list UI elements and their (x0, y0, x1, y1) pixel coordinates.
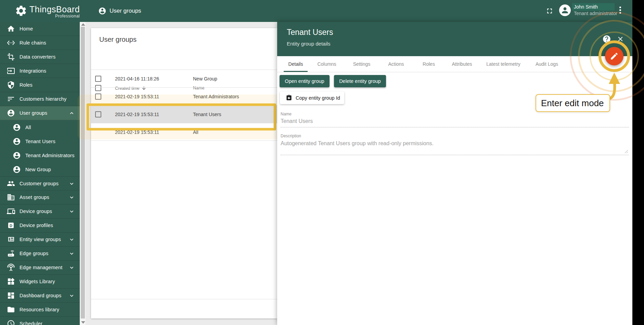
antenna-icon (7, 263, 15, 272)
tab-audit-logs[interactable]: Audit Logs (529, 56, 565, 72)
sidebar-item-dashboard-groups[interactable]: Dashboard groups (0, 289, 80, 303)
tab-details[interactable]: Details (284, 56, 308, 72)
gear-logo-icon (15, 4, 27, 17)
row-checkbox[interactable] (95, 93, 101, 100)
person-icon (561, 6, 569, 15)
sidebar-item-customers-hierarchy[interactable]: Customers hierarchy (0, 92, 80, 106)
avatar[interactable] (559, 4, 571, 16)
app-window: ThingsBoard Professional User groups Joh… (0, 0, 632, 325)
sidebar-item-widgets-library[interactable]: Widgets Library (0, 275, 80, 289)
tab-columns[interactable]: Columns (312, 56, 342, 72)
rule-chains-icon (7, 39, 15, 47)
folder-icon (7, 305, 15, 314)
account-circle-icon (7, 109, 15, 117)
sidebar-item-edge-groups[interactable]: Edge groups (0, 247, 80, 261)
textarea-resize-handle[interactable] (624, 149, 628, 153)
user-name[interactable]: John Smith (572, 3, 615, 11)
tab-settings[interactable]: Settings (347, 56, 377, 72)
entity-details-panel: Tenant Users Entity group details Detail… (277, 22, 632, 325)
sidebar-item-home[interactable]: Home (0, 22, 80, 36)
fullscreen-icon[interactable] (545, 7, 554, 15)
sidebar-item-roles[interactable]: Roles (0, 78, 80, 92)
sidebar-item-asset-groups[interactable]: Asset groups (0, 190, 80, 204)
kebab-menu-icon[interactable] (618, 7, 622, 15)
chevron-down-icon[interactable] (68, 264, 75, 271)
panel-header: Tenant Users Entity group details (277, 22, 632, 56)
account-circle-icon (13, 123, 21, 132)
top-bar: ThingsBoard Professional User groups Joh… (0, 0, 632, 22)
sidebar-scrollbar[interactable] (80, 22, 86, 325)
shield-icon (7, 81, 15, 89)
chevron-down-icon[interactable] (68, 208, 75, 215)
device-profile-icon: D (7, 221, 15, 229)
sidebar-item-edge-management[interactable]: Edge management (0, 261, 80, 275)
delete-entity-group-button[interactable]: Delete entity group (334, 75, 386, 87)
user-role: Tenant administrator (574, 11, 617, 16)
chevron-down-icon[interactable] (68, 250, 75, 257)
view-quilt-icon (7, 235, 15, 243)
name-field-value[interactable]: Tenant Users (281, 118, 313, 124)
card-title: User groups (99, 36, 137, 43)
open-entity-group-button[interactable]: Open entity group (280, 75, 330, 87)
row-checkbox[interactable] (95, 111, 101, 117)
copy-entity-group-id-button[interactable]: Copy entity group Id (280, 91, 344, 104)
page-title: User groups (98, 0, 141, 22)
chevron-down-icon[interactable] (68, 194, 75, 201)
account-circle-icon (13, 151, 21, 160)
panel-subtitle: Entity group details (287, 41, 331, 47)
widgets-icon (7, 277, 15, 286)
chevron-up-icon[interactable] (68, 110, 75, 116)
sidebar-item-resources-library[interactable]: Resources library (0, 303, 80, 317)
enter-edit-mode-tooltip: Enter edit mode (536, 94, 610, 112)
user-groups-card: User groups Created time Name 2021-04-16… (91, 28, 277, 318)
scroll-down-arrow-icon[interactable] (81, 321, 85, 324)
dashboard-icon (7, 291, 15, 300)
tab-actions[interactable]: Actions (382, 56, 410, 72)
table-row-selected[interactable]: 2021-02-19 15:53:11 Tenant Users (91, 105, 277, 123)
clipboard-icon (286, 95, 292, 101)
description-field-value[interactable]: Autogenerated Tenant Users group with re… (281, 140, 434, 147)
sidebar-item-data-converters[interactable]: Data converters (0, 50, 80, 64)
chevron-down-icon[interactable] (68, 236, 75, 243)
description-field-underline (281, 155, 629, 155)
thingsboard-logo[interactable]: ThingsBoard Professional (15, 4, 80, 18)
building-icon (7, 193, 15, 201)
sidebar-item-customer-groups[interactable]: Customer groups (0, 176, 80, 190)
sidebar-item-scheduler[interactable]: Scheduler (0, 317, 80, 325)
table-footer-divider (91, 299, 277, 299)
sidebar-item-device-groups[interactable]: Device groups (0, 204, 80, 218)
sidebar-item-tenant-users[interactable]: Tenant Users (0, 134, 80, 148)
chevron-down-icon[interactable] (68, 292, 75, 299)
tab-attributes[interactable]: Attributes (444, 56, 480, 72)
row-checkbox[interactable] (95, 76, 101, 82)
tab-roles[interactable]: Roles (415, 56, 442, 72)
transform-icon (7, 53, 15, 61)
help-icon[interactable] (602, 35, 611, 43)
table-row[interactable]: 2021-02-19 15:53:11 All (91, 123, 277, 141)
pencil-icon (610, 52, 619, 61)
sidebar-item-device-profiles[interactable]: D Device profiles (0, 218, 80, 233)
sidebar-item-integrations[interactable]: Integrations (0, 64, 80, 78)
sidebar-item-new-group[interactable]: New Group (0, 162, 80, 176)
sidebar-item-entity-view-groups[interactable]: Entity view groups (0, 233, 80, 247)
name-field-label: Name (281, 112, 292, 116)
table-row[interactable]: 2021-04-16 11:18:26 New Group (91, 70, 277, 87)
sidebar-item-user-groups[interactable]: User groups (0, 106, 80, 120)
chevron-down-icon[interactable] (68, 180, 75, 187)
edit-fab-button[interactable] (605, 47, 623, 65)
tab-bar: Details Columns Settings Actions Roles A… (277, 56, 632, 72)
sidebar-item-rule-chains[interactable]: Rule chains (0, 36, 80, 50)
table-row[interactable]: 2021-02-19 15:53:11 Tenant Administrator… (91, 87, 277, 105)
scrollbar-thumb[interactable] (81, 27, 85, 318)
account-circle-icon (13, 137, 21, 146)
sidebar-item-all[interactable]: All (0, 120, 80, 134)
svg-text:D: D (10, 224, 12, 228)
sidebar-item-tenant-administrators[interactable]: Tenant Administrators (0, 148, 80, 162)
sort-lines-icon (7, 95, 15, 103)
scroll-up-arrow-icon[interactable] (81, 23, 85, 26)
tab-latest-telemetry[interactable]: Latest telemetry (481, 56, 525, 72)
user-group-icon (98, 7, 106, 15)
sidebar: Home Rule chains Data converters Integra… (0, 22, 80, 325)
people-icon (7, 179, 15, 188)
close-icon[interactable] (617, 35, 624, 43)
